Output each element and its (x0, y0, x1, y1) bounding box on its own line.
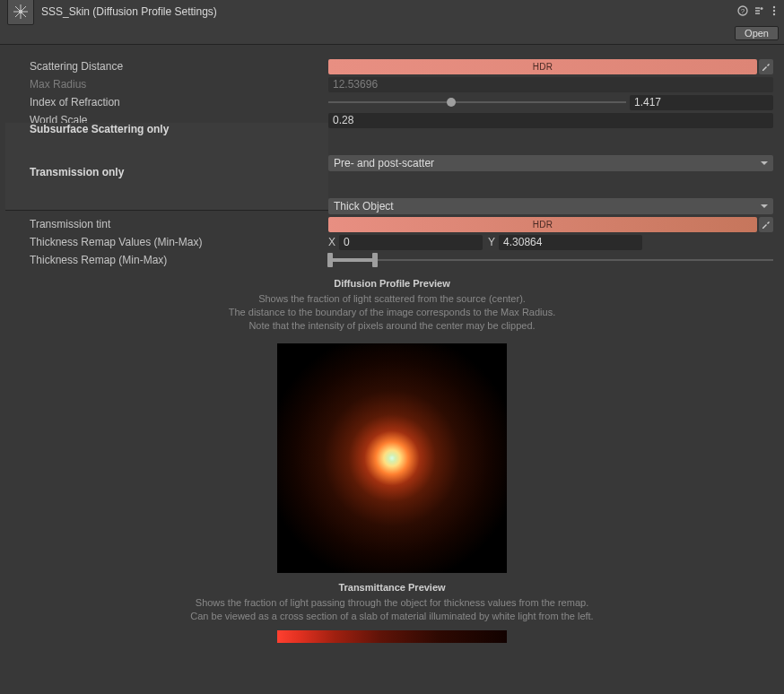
transmittance-preview-text-1: Shows the fraction of light passing thro… (5, 597, 779, 608)
inspector-title: SSS_Skin (Diffusion Profile Settings) (41, 5, 217, 18)
transmittance-preview-title: Transmittance Preview (5, 582, 779, 593)
open-button[interactable]: Open (735, 26, 779, 40)
transmission-only-header: Transmission only (5, 166, 328, 211)
ior-value[interactable] (630, 95, 773, 110)
svg-point-8 (773, 9, 775, 11)
svg-point-4 (20, 11, 22, 13)
ior-slider[interactable] (328, 93, 626, 111)
scattering-distance-label: Scattering Distance (5, 60, 328, 73)
x-label: X (328, 236, 339, 248)
transmission-mode-dropdown[interactable]: Thick Object (328, 198, 773, 214)
diffusion-preview-text-3: Note that the intensity of pixels around… (5, 320, 779, 331)
transmittance-preview-image (277, 630, 507, 643)
thickness-x-input[interactable] (339, 235, 483, 250)
transmission-tint-label: Transmission tint (5, 218, 328, 230)
scattering-distance-color[interactable]: HDR (328, 59, 757, 74)
sss-only-header: Subsurface Scattering only (5, 123, 328, 168)
world-scale-value[interactable] (328, 113, 773, 128)
y-label: Y (488, 236, 499, 248)
max-radius-label: Max Radius (5, 78, 328, 91)
transmittance-preview-text-2: Can be viewed as a cross section of a sl… (5, 611, 779, 621)
asset-icon (7, 0, 34, 25)
thickness-remap-label: Thickness Remap (Min-Max) (5, 254, 328, 266)
transmission-tint-color[interactable]: HDR (328, 217, 757, 232)
diffusion-preview-text-1: Shows the fraction of light scattered fr… (5, 293, 779, 304)
preset-icon[interactable] (754, 5, 764, 19)
help-icon[interactable]: ? (737, 5, 748, 19)
eyedropper-icon[interactable] (759, 59, 773, 74)
max-radius-value: 12.53696 (328, 77, 773, 92)
hdr-badge: HDR (533, 220, 553, 230)
svg-point-9 (773, 13, 775, 14)
svg-text:?: ? (741, 7, 745, 15)
texturing-mode-dropdown[interactable]: Pre- and post-scatter (328, 155, 773, 171)
menu-icon[interactable] (770, 5, 779, 19)
diffusion-preview-title: Diffusion Profile Preview (5, 278, 779, 289)
eyedropper-icon[interactable] (759, 217, 773, 232)
thickness-y-input[interactable] (499, 235, 642, 250)
thickness-remap-slider[interactable] (328, 251, 773, 269)
thickness-values-label: Thickness Remap Values (Min-Max) (5, 236, 328, 248)
ior-label: Index of Refraction (5, 96, 328, 108)
hdr-badge: HDR (533, 62, 553, 72)
svg-point-7 (773, 5, 775, 7)
diffusion-preview-image (277, 343, 507, 573)
diffusion-preview-text-2: The distance to the boundary of the imag… (5, 307, 779, 317)
